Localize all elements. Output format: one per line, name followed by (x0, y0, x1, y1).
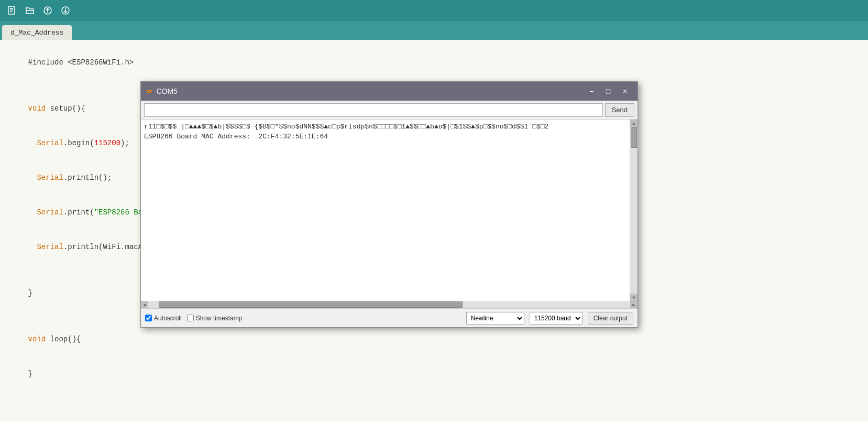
scroll-thumb-y[interactable] (631, 127, 637, 148)
output-line-2: ESP8266 Board MAC Address: 2C:F4:32:5E:1… (144, 132, 627, 142)
timestamp-checkbox[interactable] (187, 315, 194, 321)
scroll-thumb-x[interactable] (159, 301, 463, 308)
scroll-track-x (148, 301, 630, 308)
minimize-button[interactable]: − (584, 85, 599, 97)
serial-monitor-dialog: ∞ COM5 − □ × Send r11□$□$$ |□▲▲▲$□$▲b|$$… (140, 81, 638, 328)
dialog-controls: − □ × (584, 85, 632, 97)
serial-bottom-bar: Autoscroll Show timestamp Newline No lin… (141, 308, 638, 327)
dialog-title-left: ∞ COM5 (146, 87, 178, 96)
code-line-12: } (10, 357, 868, 391)
timestamp-label[interactable]: Show timestamp (196, 315, 243, 322)
upload-button[interactable] (40, 3, 56, 18)
autoscroll-group: Autoscroll (145, 315, 182, 322)
autoscroll-label[interactable]: Autoscroll (154, 315, 182, 322)
tab-mac-address[interactable]: d_Mac_Address (2, 25, 72, 40)
dialog-title-text: COM5 (156, 87, 177, 95)
clear-output-button[interactable]: Clear output (588, 312, 633, 325)
dialog-titlebar: ∞ COM5 − □ × (141, 82, 638, 101)
maximize-button[interactable]: □ (601, 85, 616, 97)
baud-select[interactable]: 115200 baud 300 baud 1200 baud 2400 baud… (530, 312, 583, 325)
open-button[interactable] (22, 3, 38, 18)
close-button[interactable]: × (618, 85, 632, 97)
toolbar (0, 0, 868, 21)
timestamp-group: Show timestamp (187, 315, 243, 322)
serial-send-input[interactable] (144, 103, 603, 117)
download-button[interactable] (58, 3, 73, 18)
scroll-left-arrow[interactable]: ◀ (141, 301, 148, 308)
autoscroll-checkbox[interactable] (145, 315, 152, 321)
serial-input-row: Send (141, 101, 638, 120)
com-icon: ∞ (146, 87, 152, 96)
newline-select[interactable]: Newline No line ending Carriage return B… (466, 312, 524, 325)
output-line-1: r11□$□$$ |□▲▲▲$□$▲b|$$$$□$ {$B$□"$$no$dN… (144, 122, 627, 132)
horizontal-scrollbar[interactable]: ◀ ▶ (141, 301, 638, 308)
vertical-scrollbar[interactable]: ▲ ▼ (630, 120, 638, 301)
code-line-1: #include <ESP8266WiFi.h> (10, 45, 868, 80)
scroll-up-arrow[interactable]: ▲ (630, 120, 638, 127)
new-button[interactable] (4, 3, 20, 18)
tab-label: d_Mac_Address (10, 29, 63, 37)
tabbar: d_Mac_Address (0, 21, 868, 40)
send-button[interactable]: Send (605, 103, 634, 117)
scroll-track-y (630, 127, 638, 294)
scroll-right-arrow[interactable]: ▶ (630, 301, 638, 308)
scroll-down-arrow[interactable]: ▼ (630, 294, 638, 301)
serial-output[interactable]: r11□$□$$ |□▲▲▲$□$▲b|$$$$□$ {$B$□"$$no$dN… (141, 120, 630, 301)
serial-output-container: r11□$□$$ |□▲▲▲$□$▲b|$$$$□$ {$B$□"$$no$dN… (141, 120, 638, 301)
